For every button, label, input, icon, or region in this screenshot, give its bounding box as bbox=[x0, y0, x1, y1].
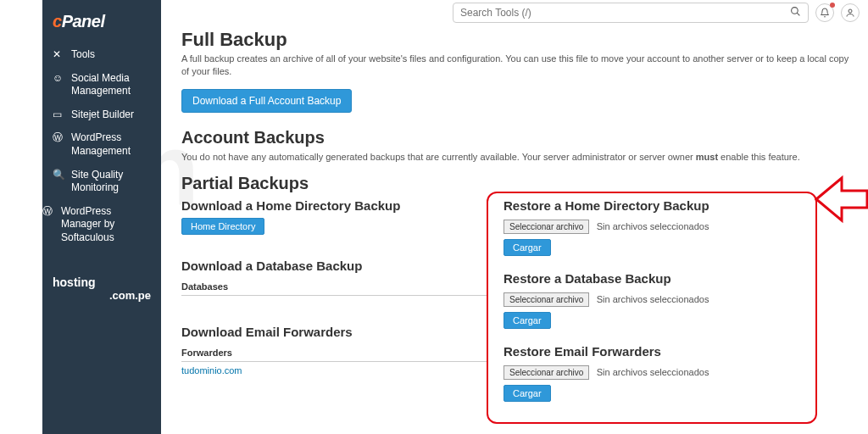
dl-home-title: Download a Home Directory Backup bbox=[181, 198, 487, 213]
db-column-header: Databases bbox=[181, 278, 487, 296]
sidebar-item-label: WordPress Manager by Softaculous bbox=[61, 205, 151, 245]
home-directory-button[interactable]: Home Directory bbox=[181, 218, 264, 235]
account-backups-desc: You do not have any automatically genera… bbox=[181, 151, 856, 164]
sidebar-item-label: Site Quality Monitoring bbox=[71, 169, 151, 195]
logo: cPanel bbox=[42, 8, 161, 43]
no-file-label: Sin archivos seleccionados bbox=[597, 367, 709, 377]
search-input[interactable] bbox=[460, 7, 790, 19]
main-content: Full Backup A full backup creates an arc… bbox=[170, 25, 868, 434]
notification-dot bbox=[830, 3, 835, 8]
sidebar: cPanel ✕ Tools ☺ Social Media Management… bbox=[42, 0, 161, 434]
sitejet-icon: ▭ bbox=[53, 108, 64, 122]
full-backup-title: Full Backup bbox=[181, 29, 856, 51]
sidebar-item-social[interactable]: ☺ Social Media Management bbox=[42, 67, 161, 103]
dl-db-title: Download a Database Backup bbox=[181, 259, 487, 273]
svg-line-1 bbox=[797, 13, 799, 15]
dl-fw-title: Download Email Forwarders bbox=[181, 325, 487, 339]
social-icon: ☺ bbox=[53, 72, 64, 86]
choose-file-button[interactable]: Seleccionar archivo bbox=[504, 365, 589, 380]
rs-db-title: Restore a Database Backup bbox=[504, 271, 856, 286]
sidebar-item-label: Tools bbox=[71, 48, 95, 62]
choose-file-button[interactable]: Seleccionar archivo bbox=[504, 220, 589, 234]
user-icon[interactable] bbox=[841, 3, 860, 22]
partial-backups-title: Partial Backups bbox=[181, 174, 856, 193]
download-full-backup-button[interactable]: Download a Full Account Backup bbox=[181, 89, 352, 113]
download-column: Download a Home Directory Backup Home Di… bbox=[181, 198, 487, 402]
upload-home-button[interactable]: Cargar bbox=[504, 239, 551, 256]
tools-icon: ✕ bbox=[53, 48, 64, 62]
svg-point-2 bbox=[849, 9, 852, 13]
restore-column: Restore a Home Directory Backup Seleccio… bbox=[504, 198, 856, 402]
sidebar-item-tools[interactable]: ✕ Tools bbox=[42, 43, 161, 67]
sidebar-item-label: WordPress Management bbox=[71, 131, 151, 158]
search-wrap[interactable] bbox=[453, 3, 809, 23]
choose-file-button[interactable]: Seleccionar archivo bbox=[504, 292, 589, 307]
sidebar-item-label: Social Media Management bbox=[71, 72, 151, 98]
account-backups-title: Account Backups bbox=[181, 128, 856, 147]
upload-db-button[interactable]: Cargar bbox=[504, 312, 551, 329]
hosting-brand: hosting .com.pe bbox=[42, 250, 161, 327]
no-file-label: Sin archivos seleccionados bbox=[597, 221, 709, 231]
forwarder-link[interactable]: tudominio.com bbox=[181, 362, 487, 379]
sidebar-item-sitejet[interactable]: ▭ Sitejet Builder bbox=[42, 103, 161, 127]
upload-fw-button[interactable]: Cargar bbox=[504, 385, 551, 402]
rs-fw-title: Restore Email Forwarders bbox=[504, 344, 856, 359]
search-icon[interactable] bbox=[790, 6, 801, 19]
sidebar-item-wp-mgmt[interactable]: Ⓦ WordPress Management bbox=[42, 126, 161, 163]
fw-column-header: Forwarders bbox=[181, 344, 487, 362]
full-backup-desc: A full backup creates an archive of all … bbox=[181, 53, 856, 79]
notifications-icon[interactable] bbox=[815, 3, 834, 22]
sidebar-item-label: Sitejet Builder bbox=[71, 108, 134, 122]
wordpress-icon: Ⓦ bbox=[42, 205, 54, 219]
rs-home-title: Restore a Home Directory Backup bbox=[504, 198, 856, 213]
sidebar-item-quality[interactable]: 🔍 Site Quality Monitoring bbox=[42, 164, 161, 200]
sidebar-item-wp-softaculous[interactable]: Ⓦ WordPress Manager by Softaculous bbox=[42, 200, 161, 250]
svg-point-0 bbox=[792, 8, 798, 14]
wordpress-icon: Ⓦ bbox=[53, 131, 64, 145]
quality-icon: 🔍 bbox=[53, 169, 64, 182]
no-file-label: Sin archivos seleccionados bbox=[597, 294, 709, 304]
